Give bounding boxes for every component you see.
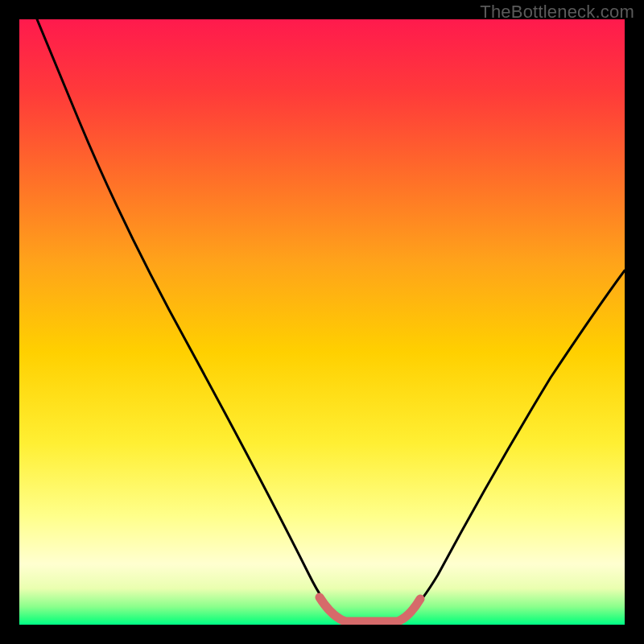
optimal-region: [320, 597, 420, 621]
watermark-text: TheBottleneck.com: [480, 2, 634, 23]
chart-frame: TheBottleneck.com: [0, 0, 644, 644]
plot-area: [19, 19, 625, 625]
bottleneck-curve: [37, 19, 625, 621]
bottleneck-curve-svg: [19, 19, 625, 625]
